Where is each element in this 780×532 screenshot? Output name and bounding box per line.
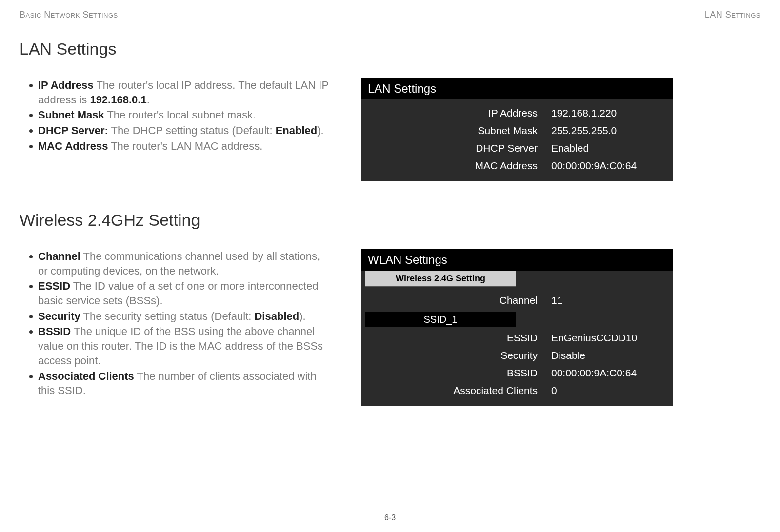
- desc-security-post: ).: [299, 310, 305, 322]
- lan-label-mac: MAC Address: [361, 160, 551, 172]
- lan-row-subnet: Subnet Mask 255.255.255.0: [361, 122, 673, 139]
- term-subnet-mask: Subnet Mask: [38, 109, 104, 121]
- desc-subnet: The router's local subnet mask.: [104, 109, 256, 121]
- lan-value-subnet: 255.255.255.0: [551, 125, 673, 137]
- wlan-row-bssid: BSSID 00:00:00:9A:C0:64: [361, 364, 673, 382]
- lan-label-dhcp: DHCP Server: [361, 142, 551, 154]
- lan-bullet-subnet: Subnet Mask The router's local subnet ma…: [29, 108, 332, 122]
- wlan-section-title: Wireless 2.4GHz Setting: [20, 211, 760, 230]
- wlan-label-clients: Associated Clients: [361, 385, 551, 396]
- wlan-label-essid: ESSID: [361, 332, 551, 344]
- wlan-value-essid: EnGeniusCCDD10: [551, 332, 673, 344]
- wlan-row-security: Security Disable: [361, 347, 673, 364]
- wlan-row-clients: Associated Clients 0: [361, 382, 673, 399]
- wlan-value-channel: 11: [551, 295, 673, 306]
- wlan-row-essid: ESSID EnGeniusCCDD10: [361, 329, 673, 347]
- page-number: 6-3: [384, 513, 396, 522]
- lan-value-dhcp: Enabled: [551, 142, 673, 154]
- lan-row-ip: IP Address 192.168.1.220: [361, 104, 673, 122]
- term-dhcp-server: DHCP Server:: [38, 124, 108, 137]
- desc-dhcp-post: ).: [317, 124, 323, 137]
- term-mac-address: MAC Address: [38, 140, 108, 152]
- term-channel: Channel: [38, 250, 80, 262]
- wlan-panel-body: Channel 11 SSID_1 ESSID EnGeniusCCDD10 S…: [361, 287, 673, 406]
- term-essid: ESSID: [38, 280, 70, 292]
- lan-bullet-list: IP Address The router's local IP address…: [29, 78, 332, 153]
- lan-text-column: IP Address The router's local IP address…: [20, 78, 332, 154]
- wlan-bullet-essid: ESSID The ID value of a set of one or mo…: [29, 279, 332, 308]
- desc-essid: The ID value of a set of one or more int…: [38, 280, 318, 307]
- wlan-text-column: Channel The communications channel used …: [20, 249, 332, 399]
- wlan-bullet-security: Security The security setting status (De…: [29, 309, 332, 324]
- wlan-label-bssid: BSSID: [361, 367, 551, 379]
- wlan-value-bssid: 00:00:00:9A:C0:64: [551, 367, 673, 379]
- term-bssid: BSSID: [38, 325, 71, 337]
- default-security: Disabled: [254, 310, 299, 322]
- lan-row-dhcp: DHCP Server Enabled: [361, 139, 673, 157]
- wlan-label-channel: Channel: [361, 295, 551, 306]
- wlan-ssid1-header: SSID_1: [365, 312, 516, 327]
- wlan-label-security: Security: [361, 350, 551, 361]
- lan-bullet-dhcp: DHCP Server: The DHCP setting status (De…: [29, 123, 332, 138]
- lan-label-subnet: Subnet Mask: [361, 125, 551, 137]
- wlan-row-channel: Channel 11: [361, 292, 673, 309]
- header-left: Basic Network Settings: [20, 10, 118, 20]
- wlan-value-security: Disable: [551, 350, 673, 361]
- wlan-bullet-channel: Channel The communications channel used …: [29, 249, 332, 278]
- lan-row-mac: MAC Address 00:00:00:9A:C0:64: [361, 157, 673, 175]
- desc-channel: The communications channel used by all s…: [38, 250, 320, 277]
- desc-dhcp-pre: The DHCP setting status (Default:: [108, 124, 276, 137]
- wlan-panel-title: WLAN Settings: [361, 249, 673, 271]
- desc-mac: The router's LAN MAC address.: [108, 140, 262, 152]
- header-right: LAN Settings: [705, 10, 760, 20]
- lan-panel-body: IP Address 192.168.1.220 Subnet Mask 255…: [361, 99, 673, 181]
- wlan-value-clients: 0: [551, 385, 673, 396]
- lan-bullet-ip: IP Address The router's local IP address…: [29, 78, 332, 107]
- term-security: Security: [38, 310, 80, 322]
- wlan-content-block: Channel The communications channel used …: [20, 249, 760, 406]
- term-associated-clients: Associated Clients: [38, 370, 134, 382]
- wlan-bullet-clients: Associated Clients The number of clients…: [29, 369, 332, 398]
- lan-panel-title: LAN Settings: [361, 78, 673, 99]
- lan-label-ip: IP Address: [361, 107, 551, 119]
- lan-value-mac: 00:00:00:9A:C0:64: [551, 160, 673, 172]
- wlan-bullet-bssid: BSSID The unique ID of the BSS using the…: [29, 324, 332, 368]
- lan-settings-panel: LAN Settings IP Address 192.168.1.220 Su…: [361, 78, 673, 181]
- lan-content-block: IP Address The router's local IP address…: [20, 78, 760, 181]
- term-ip-address: IP Address: [38, 79, 94, 91]
- wlan-bullet-list: Channel The communications channel used …: [29, 249, 332, 398]
- wlan-tab-24g: Wireless 2.4G Setting: [365, 271, 516, 287]
- default-dhcp: Enabled: [276, 124, 318, 137]
- page-running-header: Basic Network Settings LAN Settings: [20, 10, 760, 20]
- desc-security-pre: The security setting status (Default:: [80, 310, 255, 322]
- wlan-settings-panel: WLAN Settings Wireless 2.4G Setting Chan…: [361, 249, 673, 406]
- lan-value-ip: 192.168.1.220: [551, 107, 673, 119]
- desc-ip-post: .: [147, 94, 150, 106]
- desc-bssid: The unique ID of the BSS using the above…: [38, 325, 323, 366]
- lan-bullet-mac: MAC Address The router's LAN MAC address…: [29, 139, 332, 154]
- lan-section-title: LAN Settings: [20, 39, 760, 59]
- default-ip: 192.168.0.1: [90, 94, 146, 106]
